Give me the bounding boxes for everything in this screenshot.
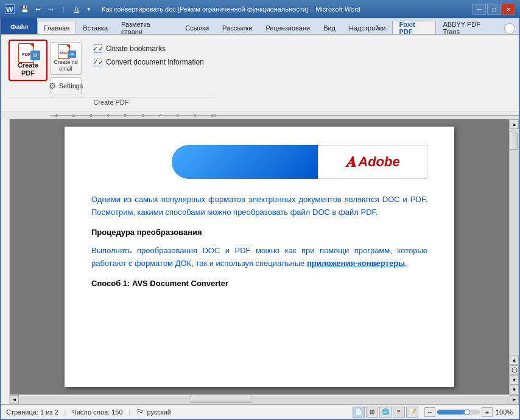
close-button[interactable]: ✕ xyxy=(502,4,515,15)
para2: Выполнять преобразования DOC и PDF можно… xyxy=(91,245,427,270)
page-up-btn[interactable]: ▲ xyxy=(510,355,519,365)
word-count: Число слов: 150 xyxy=(72,408,122,416)
title-bar-left: W 💾 ↩ ↪ | 🖨 ▼ Как конвертировать.doc [Ре… xyxy=(5,4,360,15)
tab-view[interactable]: Вид xyxy=(317,21,342,34)
scroll-right-btn[interactable]: ► xyxy=(510,395,519,404)
vertical-scrollbar: ▲ ▲ ▼ ▼ xyxy=(509,119,519,394)
maximize-button[interactable]: □ xyxy=(487,4,501,15)
status-sep2: | xyxy=(129,408,131,416)
zoom-control: − + 100% xyxy=(424,407,514,417)
adobe-header: 𝐀 Adobe xyxy=(91,145,427,179)
para1: Одними из самых популярных форматов элек… xyxy=(91,194,427,219)
document-text: Одними из самых популярных форматов элек… xyxy=(91,194,427,290)
window-controls: ─ □ ✕ xyxy=(473,4,515,15)
scroll-thumb-vertical[interactable] xyxy=(510,133,518,150)
tab-addins[interactable]: Надстройки xyxy=(342,21,392,34)
ribbon-tabs: Файл Главная Вставка Разметка страни Ссы… xyxy=(1,18,519,34)
outline-view-btn[interactable]: ≡ xyxy=(393,407,405,418)
web-view-btn[interactable]: 🌐 xyxy=(379,407,392,418)
horizontal-scrollbar: ◄ ► xyxy=(10,394,519,404)
convert-doc-info-row: ✓ Convert document information xyxy=(94,58,204,66)
settings-label: Settings xyxy=(59,82,83,89)
print-quick-btn[interactable]: 🖨 xyxy=(71,4,82,15)
settings-button[interactable]: ⚙ Settings xyxy=(50,77,82,94)
minimize-button[interactable]: ─ xyxy=(473,4,486,15)
convert-doc-info-label: Convert document information xyxy=(106,58,204,66)
gear-icon: ⚙ xyxy=(49,81,57,91)
scroll-down-btn[interactable]: ▼ xyxy=(510,385,519,394)
page-info: Страница: 1 из 2 xyxy=(6,408,58,416)
scroll-up-btn[interactable]: ▲ xyxy=(510,119,519,129)
create-bookmarks-row: ✓ Create bookmarks xyxy=(94,44,204,53)
qat-separator: | xyxy=(58,4,69,15)
help-icon[interactable]: ? xyxy=(504,23,515,34)
create-email-label: Create nd email xyxy=(52,59,79,72)
print-view-btn[interactable]: 📄 xyxy=(353,407,365,418)
zoom-out-btn[interactable]: − xyxy=(424,407,435,417)
redo-quick-btn[interactable]: ↪ xyxy=(45,4,56,15)
tab-page-layout[interactable]: Разметка страни xyxy=(114,21,178,34)
draft-view-btn[interactable]: 📝 xyxy=(406,407,418,418)
tab-home[interactable]: Главная xyxy=(37,21,76,34)
heading1: Процедура преобразования xyxy=(91,226,427,239)
scroll-left-btn[interactable]: ◄ xyxy=(10,395,19,404)
convert-doc-info-checkbox[interactable]: ✓ xyxy=(94,58,102,66)
word-icon: W xyxy=(5,4,15,14)
main-window: W 💾 ↩ ↪ | 🖨 ▼ Как конвертировать.doc [Ре… xyxy=(0,0,520,420)
zoom-slider[interactable] xyxy=(437,410,480,415)
language-label: русский xyxy=(147,408,170,416)
scroll-track-vertical xyxy=(510,129,519,355)
qat-dropdown[interactable]: ▼ xyxy=(83,4,94,15)
fullscreen-view-btn[interactable]: ⊞ xyxy=(366,407,378,418)
document-view[interactable]: 𝐀 Adobe Одними из самых популярных форма… xyxy=(10,119,509,394)
page-down-btn[interactable]: ▼ xyxy=(510,375,519,385)
main-content-area: 𝐀 Adobe Одними из самых популярных форма… xyxy=(1,119,519,404)
adobe-logo: 𝐀 Adobe xyxy=(318,145,427,179)
ruler: 1 2 3 4 5 6 7 8 9 10 xyxy=(1,111,519,119)
svg-point-0 xyxy=(512,368,517,373)
status-sep1: | xyxy=(65,408,66,416)
scroll-track-horizontal xyxy=(19,396,510,404)
create-email-button[interactable]: PDF ✉ Create nd email xyxy=(50,42,82,75)
create-pdf-label: Create PDF xyxy=(12,61,44,77)
save-quick-btn[interactable]: 💾 xyxy=(19,4,30,15)
zoom-thumb[interactable] xyxy=(464,409,470,415)
tab-insert[interactable]: Вставка xyxy=(76,21,114,34)
checkboxes-area: ✓ Create bookmarks ✓ Convert document in… xyxy=(84,40,214,71)
tab-review[interactable]: Рецензиовани xyxy=(259,21,317,34)
document-page: 𝐀 Adobe Одними из самых популярных форма… xyxy=(65,127,454,387)
group-label: Create PDF xyxy=(9,99,214,106)
page-nav-icon[interactable] xyxy=(510,365,519,375)
status-bar: Страница: 1 из 2 | Число слов: 150 | 🏳 р… xyxy=(1,404,519,419)
create-bookmarks-checkbox[interactable]: ✓ xyxy=(94,44,102,53)
tab-abbyy[interactable]: ABBYY PDF Trans xyxy=(436,21,504,34)
create-pdf-button[interactable]: PDF ✉ Create PDF xyxy=(9,40,47,81)
heading2: Способ 1: AVS Document Converter xyxy=(91,278,427,290)
create-bookmarks-label: Create bookmarks xyxy=(106,44,166,53)
small-buttons-col: PDF ✉ Create nd email ⚙ Settings xyxy=(50,40,82,94)
undo-quick-btn[interactable]: ↩ xyxy=(32,4,43,15)
zoom-in-btn[interactable]: + xyxy=(482,407,493,417)
title-bar: W 💾 ↩ ↪ | 🖨 ▼ Как конвертировать.doc [Ре… xyxy=(0,0,520,18)
ribbon-content: PDF ✉ Create PDF xyxy=(1,34,519,111)
tab-mailings[interactable]: Рассылки xyxy=(216,21,259,34)
tab-foxit[interactable]: Foxit PDF xyxy=(392,21,436,34)
scroll-thumb-horizontal[interactable] xyxy=(191,396,251,403)
status-right: 📄 ⊞ 🌐 ≡ 📝 − + 100% xyxy=(353,407,514,418)
flag-icon: 🏳 xyxy=(136,407,144,416)
zoom-level: 100% xyxy=(494,408,514,416)
view-buttons: 📄 ⊞ 🌐 ≡ 📝 xyxy=(353,407,418,418)
left-panel xyxy=(1,119,10,404)
window-title: Как конвертировать.doc [Режим ограниченн… xyxy=(102,5,360,13)
tab-file[interactable]: Файл xyxy=(1,18,37,34)
tab-references[interactable]: Ссылки xyxy=(178,21,216,34)
